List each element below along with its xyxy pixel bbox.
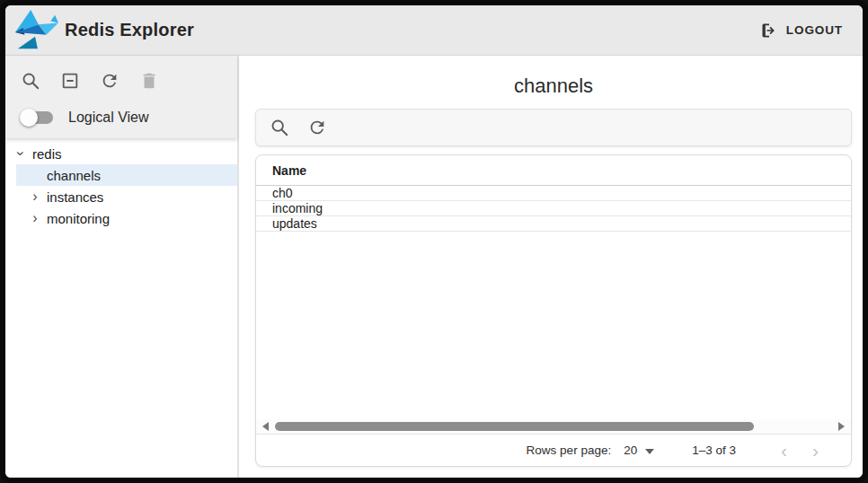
search-icon <box>21 71 40 91</box>
tree-item-label: redis <box>32 146 62 162</box>
tree-item-label: instances <box>47 189 103 205</box>
tree-item-redis[interactable]: ›redis <box>5 143 237 164</box>
delete-icon <box>139 71 159 91</box>
pagination-range-label: 1–3 of 3 <box>692 443 736 457</box>
sidebar-refresh-button[interactable] <box>97 68 122 93</box>
table-card: Name ch0incomingupdates Rows per page: 2… <box>255 154 852 467</box>
table-row[interactable]: incoming <box>256 201 851 216</box>
chevron-right-icon[interactable]: › <box>27 189 43 204</box>
table-cell-name: incoming <box>272 201 323 215</box>
app-window: Redis Explorer LOGOUT <box>0 0 868 483</box>
scroll-right-arrow[interactable] <box>838 422 845 431</box>
chevron-right-icon[interactable]: › <box>27 211 43 225</box>
rows-per-page-value: 20 <box>624 443 637 457</box>
pagination-bar: Rows per page: 20 1–3 of 3 ‹ › <box>256 434 851 466</box>
tree-item-monitoring[interactable]: ›monitoring <box>5 207 237 229</box>
table-refresh-button[interactable] <box>305 115 330 140</box>
table-body: ch0incomingupdates <box>256 186 851 232</box>
app-title: Redis Explorer <box>65 20 194 40</box>
table-header-row: Name <box>256 155 851 186</box>
sidebar: Logical View ›redischannels›instances›mo… <box>5 56 239 478</box>
tree-item-label: channels <box>47 168 101 183</box>
chevron-down-icon[interactable]: › <box>13 145 28 162</box>
tree-item-instances[interactable]: ›instances <box>5 186 237 207</box>
scroll-left-arrow[interactable] <box>262 422 269 431</box>
chevron-down-icon <box>645 449 654 454</box>
table-cell-name: updates <box>272 216 317 231</box>
tree-item-channels[interactable]: channels <box>16 164 237 186</box>
table-toolbar <box>255 109 852 146</box>
content: Logical View ›redischannels›instances›mo… <box>5 56 863 478</box>
search-icon <box>270 118 289 137</box>
main-panel: channels Name ch0incom <box>239 56 863 478</box>
previous-page-button[interactable]: ‹ <box>768 441 800 460</box>
logical-view-label: Logical View <box>68 110 149 126</box>
collapse-all-icon <box>60 71 80 91</box>
horizontal-scrollbar <box>256 419 851 434</box>
table-cell-name: ch0 <box>272 186 293 200</box>
scrollbar-track[interactable] <box>275 422 832 431</box>
logout-button[interactable]: LOGOUT <box>757 14 846 47</box>
tree-item-label: monitoring <box>47 211 110 226</box>
sidebar-toolbar: Logical View <box>5 56 237 138</box>
logical-view-toggle[interactable] <box>20 108 56 127</box>
sidebar-tool-row <box>5 66 237 101</box>
rows-per-page-select[interactable]: 20 <box>624 443 654 457</box>
table-empty-space <box>256 232 851 419</box>
refresh-icon <box>307 118 327 137</box>
table-search-button[interactable] <box>267 115 292 140</box>
toggle-thumb <box>20 109 38 127</box>
next-page-button[interactable]: › <box>800 441 831 460</box>
logical-view-row: Logical View <box>5 101 237 129</box>
app-logo-bird-icon <box>13 10 59 53</box>
column-header-name: Name <box>272 163 306 178</box>
page-title: channels <box>255 75 852 98</box>
app-header: Redis Explorer LOGOUT <box>5 5 863 56</box>
table-row[interactable]: updates <box>256 216 851 232</box>
delete-button[interactable] <box>137 68 162 93</box>
table-row[interactable]: ch0 <box>256 186 851 201</box>
logout-icon <box>760 22 778 40</box>
refresh-icon <box>100 71 120 91</box>
scrollbar-thumb[interactable] <box>275 422 754 431</box>
sidebar-search-button[interactable] <box>18 68 43 93</box>
rows-per-page-label: Rows per page: <box>527 443 612 457</box>
tree: ›redischannels›instances›monitoring <box>5 138 237 229</box>
collapse-all-button[interactable] <box>58 68 83 93</box>
logout-label: LOGOUT <box>786 23 843 37</box>
